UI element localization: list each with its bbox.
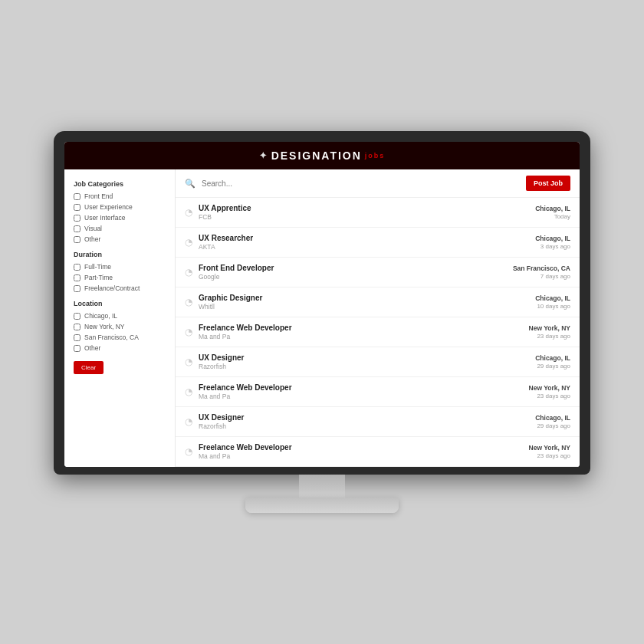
bookmark-icon: ◔: [185, 207, 192, 218]
job-details: UX Apprentice FCB: [199, 204, 529, 221]
location-chicago-checkbox[interactable]: [74, 313, 80, 320]
bookmark-icon: ◔: [185, 267, 192, 278]
duration-freelance-checkbox[interactable]: [74, 285, 80, 292]
category-ui[interactable]: User Interface: [74, 214, 166, 222]
category-other-label: Other: [84, 235, 100, 243]
job-details: UX Researcher AKTA: [199, 234, 529, 251]
job-location: Chicago, IL: [535, 235, 570, 242]
search-bar: 🔍 Post Job: [176, 169, 580, 198]
job-meta: Chicago, IL 29 days ago: [535, 414, 570, 429]
bookmark-icon: ◔: [185, 356, 192, 367]
table-row[interactable]: ◔ Front End Developer Google San Francis…: [176, 258, 580, 288]
category-visual-checkbox[interactable]: [74, 225, 80, 232]
duration-fulltime-checkbox[interactable]: [74, 264, 80, 271]
post-job-button[interactable]: Post Job: [526, 176, 570, 191]
job-details: Freelance Web Developer Ma and Pa: [199, 443, 523, 460]
main-content: 🔍 Post Job ◔ UX Apprentice FCB: [176, 169, 580, 467]
category-ux-checkbox[interactable]: [74, 204, 80, 211]
job-title: Freelance Web Developer: [199, 443, 523, 452]
table-row[interactable]: ◔ UX Apprentice FCB Chicago, IL Today: [176, 198, 580, 228]
search-input[interactable]: [202, 179, 520, 188]
duration-parttime-checkbox[interactable]: [74, 274, 80, 281]
job-company: Google: [199, 273, 507, 281]
location-chicago[interactable]: Chicago, IL: [74, 312, 166, 320]
duration-freelance-label: Freelance/Contract: [84, 284, 140, 292]
location-title: Location: [74, 300, 166, 307]
table-row[interactable]: ◔ Freelance Web Developer Ma and Pa New …: [176, 317, 580, 347]
app-body: Job Categories Front End User Experience…: [64, 169, 580, 467]
job-meta: New York, NY 23 days ago: [529, 324, 570, 340]
job-title: UX Apprentice: [199, 204, 529, 212]
job-meta: Chicago, IL 10 days ago: [535, 294, 570, 310]
job-location: Chicago, IL: [535, 414, 570, 422]
location-newyork-checkbox[interactable]: [74, 324, 80, 330]
duration-title: Duration: [74, 251, 166, 258]
duration-parttime[interactable]: Part-Time: [74, 274, 166, 281]
job-meta: Chicago, IL Today: [535, 205, 570, 220]
job-date: 23 days ago: [529, 333, 570, 340]
job-details: UX Designer Razorfish: [199, 413, 529, 430]
job-company: Ma and Pa: [199, 452, 523, 460]
monitor-neck: [299, 475, 345, 498]
table-row[interactable]: ◔ Freelance Web Developer Ma and Pa New …: [176, 437, 580, 467]
job-title: UX Designer: [199, 353, 529, 362]
job-date: 29 days ago: [535, 422, 570, 429]
job-details: Graphic Designer Whitll: [199, 294, 529, 310]
job-company: Razorfish: [199, 363, 529, 370]
table-row[interactable]: ◔ Graphic Designer Whitll Chicago, IL 10…: [176, 288, 580, 317]
screen: ✦ DESIGNATION jobs Job Categories Front …: [64, 142, 580, 467]
monitor-base: [245, 498, 399, 513]
app-header: ✦ DESIGNATION jobs: [64, 142, 580, 169]
job-meta: New York, NY 23 days ago: [529, 444, 570, 459]
duration-freelance[interactable]: Freelance/Contract: [74, 284, 166, 292]
job-details: Front End Developer Google: [199, 264, 507, 281]
location-sf-label: San Francisco, CA: [84, 334, 139, 341]
clear-button[interactable]: Clear: [74, 361, 104, 374]
job-meta: San Francisco, CA 7 days ago: [513, 264, 570, 280]
job-details: Freelance Web Developer Ma and Pa: [199, 324, 523, 340]
category-visual[interactable]: Visual: [74, 225, 166, 232]
job-date: 7 days ago: [513, 273, 570, 280]
job-title: Graphic Designer: [199, 294, 529, 302]
category-front-end[interactable]: Front End: [74, 192, 166, 200]
location-sf-checkbox[interactable]: [74, 334, 80, 341]
category-other-checkbox[interactable]: [74, 236, 80, 243]
category-other[interactable]: Other: [74, 235, 166, 243]
table-row[interactable]: ◔ Freelance Web Developer Ma and Pa New …: [176, 377, 580, 407]
bookmark-icon: ◔: [185, 386, 192, 397]
bookmark-icon: ◔: [185, 297, 192, 307]
job-date: 10 days ago: [535, 303, 570, 310]
location-sf[interactable]: San Francisco, CA: [74, 334, 166, 341]
category-front-end-checkbox[interactable]: [74, 193, 80, 200]
category-visual-label: Visual: [84, 225, 102, 232]
category-ux[interactable]: User Experience: [74, 203, 166, 211]
job-meta: Chicago, IL 3 days ago: [535, 235, 570, 250]
sidebar: Job Categories Front End User Experience…: [64, 169, 176, 467]
category-ui-checkbox[interactable]: [74, 215, 80, 222]
location-other[interactable]: Other: [74, 344, 166, 352]
table-row[interactable]: ◔ UX Designer Razorfish Chicago, IL 29 d…: [176, 347, 580, 377]
table-row[interactable]: ◔ UX Designer Razorfish Chicago, IL 29 d…: [176, 407, 580, 437]
job-company: Razorfish: [199, 422, 529, 430]
duration-fulltime[interactable]: Full-Time: [74, 263, 166, 271]
monitor-outer: ✦ DESIGNATION jobs Job Categories Front …: [54, 131, 590, 513]
job-location: Chicago, IL: [535, 294, 570, 302]
location-other-label: Other: [84, 344, 100, 352]
logo: ✦ DESIGNATION jobs: [64, 150, 580, 162]
job-company: Whitll: [199, 303, 529, 310]
search-icon: 🔍: [185, 179, 196, 189]
job-title: Front End Developer: [199, 264, 507, 272]
job-company: Ma and Pa: [199, 333, 523, 340]
location-chicago-label: Chicago, IL: [84, 312, 117, 320]
location-other-checkbox[interactable]: [74, 345, 80, 352]
bookmark-icon: ◔: [185, 446, 192, 457]
table-row[interactable]: ◔ UX Researcher AKTA Chicago, IL 3 days …: [176, 228, 580, 258]
job-location: San Francisco, CA: [513, 264, 570, 272]
job-location: Chicago, IL: [535, 205, 570, 212]
duration-fulltime-label: Full-Time: [84, 263, 111, 271]
location-newyork[interactable]: New York, NY: [74, 323, 166, 330]
job-date: 23 days ago: [529, 393, 570, 399]
job-details: Freelance Web Developer Ma and Pa: [199, 383, 523, 400]
category-ux-label: User Experience: [84, 203, 133, 211]
bookmark-icon: ◔: [185, 237, 192, 248]
